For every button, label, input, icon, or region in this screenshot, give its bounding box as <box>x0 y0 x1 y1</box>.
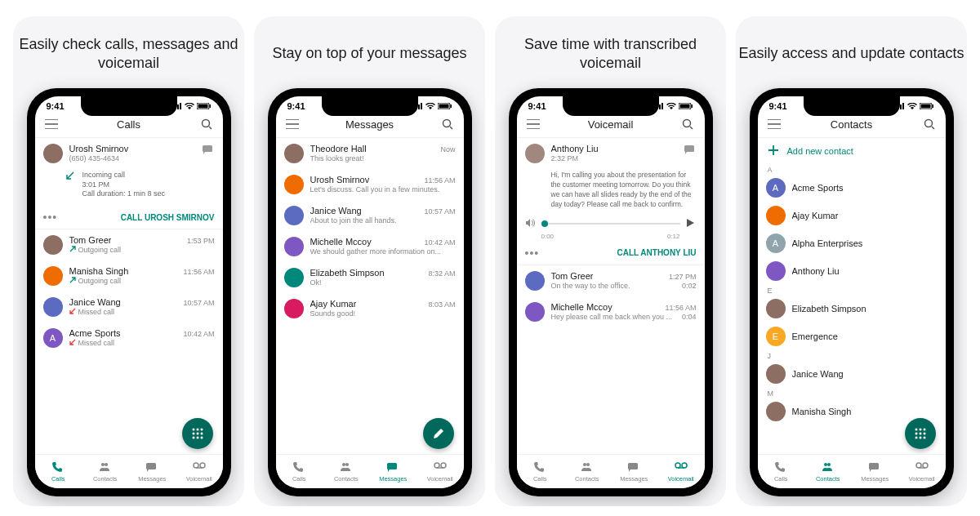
play-icon[interactable] <box>685 218 697 229</box>
avatar <box>766 206 786 225</box>
messages-icon <box>145 461 158 474</box>
message-row[interactable]: Ajay Kumar8:03 AM Sounds good! <box>276 293 464 324</box>
nav-calls[interactable]: Calls <box>276 455 323 488</box>
search-icon[interactable] <box>923 118 936 131</box>
menu-icon[interactable] <box>286 118 299 131</box>
call-row[interactable]: Manisha Singh11:56 AM Outgoing call <box>35 260 223 291</box>
svg-rect-32 <box>684 145 694 152</box>
contact-row[interactable]: A Acme Sports <box>758 174 946 202</box>
vm-track[interactable] <box>541 223 680 225</box>
message-name: Ajay Kumar <box>310 299 357 309</box>
nav-voicemail[interactable]: Voicemail <box>898 455 946 488</box>
svg-rect-1 <box>198 105 207 109</box>
svg-point-37 <box>682 463 687 468</box>
call-sub: Missed call <box>69 339 215 347</box>
showcase-card-messages: Stay on top of your messages 9:41 Messag… <box>254 16 485 506</box>
nav-calls[interactable]: Calls <box>758 455 805 488</box>
menu-icon[interactable] <box>768 118 781 131</box>
avatar <box>284 268 304 287</box>
nav-voicemail[interactable]: Voicemail <box>416 455 464 488</box>
compose-fab[interactable] <box>423 418 454 449</box>
bottom-nav: Calls Contacts Messages Voicemail <box>276 454 464 488</box>
call-row[interactable]: Janice Wang10:57 AM Missed call <box>35 291 223 322</box>
nav-messages[interactable]: Messages <box>611 455 658 488</box>
contact-row[interactable]: Anthony Liu <box>758 257 946 285</box>
svg-point-24 <box>345 463 349 466</box>
vm-player[interactable] <box>517 215 705 233</box>
nav-contacts[interactable]: Contacts <box>804 455 852 488</box>
message-icon[interactable] <box>202 144 215 157</box>
call-action-button[interactable]: CALL UROSH SMIRNOV <box>121 213 215 222</box>
app-header: Messages <box>276 113 464 138</box>
more-icon[interactable]: ••• <box>525 247 540 260</box>
nav-contacts[interactable]: Contacts <box>323 455 370 488</box>
message-time: Now <box>440 145 455 153</box>
nav-contacts[interactable]: Contacts <box>564 455 611 488</box>
svg-rect-16 <box>146 463 156 469</box>
voicemail-row[interactable]: Tom Greer1:27 PM On the way to the offic… <box>517 265 705 296</box>
message-row[interactable]: Janice Wang10:57 AM About to join the al… <box>276 200 464 231</box>
nav-calls[interactable]: Calls <box>35 455 82 488</box>
svg-rect-4 <box>203 145 212 152</box>
voicemail-selected[interactable]: Anthony Liu 2:32 PM <box>517 138 705 169</box>
call-direction-icon <box>69 308 76 314</box>
svg-point-15 <box>105 463 108 466</box>
contact-row[interactable]: Janice Wang <box>758 360 946 388</box>
message-preview: Ok! <box>310 278 456 287</box>
call-name: Urosh Smirnov <box>69 144 195 153</box>
voicemail-row[interactable]: Michelle Mccoy11:56 AM Hey please call m… <box>517 296 705 327</box>
contact-name: Elizabeth Simpson <box>792 304 938 314</box>
menu-icon[interactable] <box>45 118 58 131</box>
menu-icon[interactable] <box>527 118 540 131</box>
contact-row[interactable]: E Emergence <box>758 322 946 350</box>
dialpad-fab[interactable] <box>182 418 213 449</box>
search-icon[interactable] <box>200 118 213 131</box>
avatar <box>766 402 786 421</box>
call-row[interactable]: Tom Greer1:53 PM Outgoing call <box>35 229 223 260</box>
message-row[interactable]: Urosh Smirnov11:56 AM Let's discuss. Cal… <box>276 169 464 200</box>
message-preview: We should gather more information on... <box>310 247 456 256</box>
svg-point-13 <box>200 437 203 439</box>
call-selected[interactable]: Urosh Smirnov (650) 435-4634 <box>35 138 223 169</box>
status-icons <box>654 103 693 109</box>
message-row[interactable]: Theodore HallNow This looks great! <box>276 138 464 169</box>
section-letter: E <box>758 285 946 295</box>
call-sub: Outgoing call <box>69 277 215 285</box>
message-preview: This looks great! <box>310 154 456 162</box>
vm-time: 2:32 PM <box>551 154 677 162</box>
svg-point-9 <box>196 433 198 435</box>
app-header: Calls <box>35 113 223 138</box>
nav-messages[interactable]: Messages <box>370 455 417 488</box>
more-icon[interactable]: ••• <box>43 211 58 224</box>
call-row[interactable]: A Acme Sports10:42 AM Missed call <box>35 322 223 354</box>
nav-voicemail[interactable]: Voicemail <box>176 455 223 488</box>
nav-voicemail[interactable]: Voicemail <box>657 455 705 488</box>
avatar-letter: E <box>766 327 786 346</box>
search-icon[interactable] <box>681 118 694 131</box>
contact-row[interactable]: Elizabeth Simpson <box>758 295 946 322</box>
add-contact-button[interactable]: Add new contact <box>758 138 946 164</box>
nav-contacts[interactable]: Contacts <box>82 455 129 488</box>
svg-point-33 <box>583 463 586 466</box>
call-action-button[interactable]: CALL ANTHONY LIU <box>617 248 696 257</box>
message-icon[interactable] <box>684 144 697 157</box>
message-row[interactable]: Elizabeth Simpson8:32 AM Ok! <box>276 262 464 293</box>
speaker-icon[interactable] <box>525 218 537 229</box>
svg-rect-35 <box>628 463 638 469</box>
section-letter: M <box>758 388 946 398</box>
nav-messages[interactable]: Messages <box>852 455 899 488</box>
showcase-card-voicemail: Save time with transcribed voicemail 9:4… <box>495 16 726 506</box>
avatar <box>284 206 304 225</box>
contact-row[interactable]: A Alpha Enterprises <box>758 229 946 257</box>
dialpad-fab[interactable] <box>905 418 936 449</box>
vm-preview: Hey please call me back when you ... <box>551 313 673 321</box>
contact-name: Ajay Kumar <box>792 211 938 220</box>
contact-row[interactable]: Ajay Kumar <box>758 202 946 229</box>
svg-rect-25 <box>387 463 397 469</box>
nav-messages[interactable]: Messages <box>129 455 176 488</box>
screen-title: Calls <box>117 118 140 131</box>
svg-point-52 <box>827 463 831 466</box>
search-icon[interactable] <box>441 118 454 131</box>
message-row[interactable]: Michelle Mccoy10:42 AM We should gather … <box>276 231 464 262</box>
nav-calls[interactable]: Calls <box>517 455 564 488</box>
